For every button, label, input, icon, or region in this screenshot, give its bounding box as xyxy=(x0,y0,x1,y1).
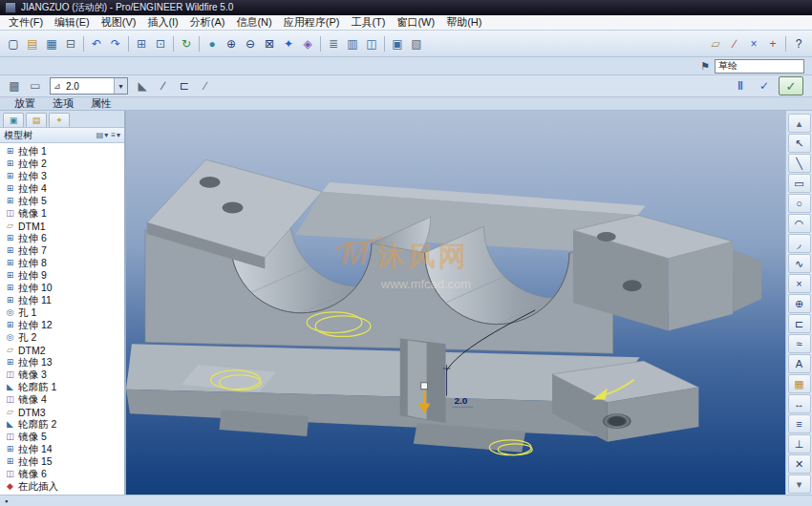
line-tool[interactable]: ╲ xyxy=(788,154,811,173)
tree-item[interactable]: ⊞ 拉伸 13 xyxy=(0,356,124,369)
tree-item[interactable]: ⊞ 拉伸 1 xyxy=(0,145,124,158)
settings-dropdown[interactable]: ≡▾ xyxy=(111,131,120,139)
divide-button[interactable]: ∕ xyxy=(154,76,173,95)
regenerate-button[interactable]: ↻ xyxy=(177,34,196,53)
menu-item[interactable]: 帮助(H) xyxy=(440,15,487,30)
tree-item[interactable]: ⊞ 拉伸 12 xyxy=(0,319,124,331)
tree-item[interactable]: ⊞ 拉伸 10 xyxy=(0,282,124,294)
text-tool[interactable]: A xyxy=(788,354,811,373)
chevron-down-icon[interactable]: ▾ xyxy=(114,78,127,94)
orient-button[interactable]: ◈ xyxy=(298,34,317,53)
zoom-in-button[interactable]: ⊕ xyxy=(222,34,241,53)
layers-button[interactable]: ≣ xyxy=(324,34,343,53)
grid-snap-toggle[interactable]: ▩ xyxy=(5,76,24,95)
tree-item[interactable]: ▱ DTM1 xyxy=(0,220,124,232)
refit-button[interactable]: ⊠ xyxy=(260,34,279,53)
menu-item[interactable]: 分析(A) xyxy=(184,15,231,30)
datum-points-toggle[interactable]: × xyxy=(744,34,763,53)
modify-tool[interactable]: ≡ xyxy=(788,414,811,433)
trim-tool[interactable]: ✕ xyxy=(788,454,811,474)
circle-tool[interactable]: ○ xyxy=(788,194,811,213)
menu-item[interactable]: 窗口(W) xyxy=(391,15,440,30)
rectangle-tool[interactable]: ▭ xyxy=(788,174,811,193)
datum-csys-toggle[interactable]: + xyxy=(763,34,782,53)
new-button[interactable]: ▢ xyxy=(4,34,23,53)
constraint-tool[interactable]: ⊥ xyxy=(788,434,811,453)
open-section-button[interactable]: ⊏ xyxy=(175,76,194,95)
tree-item[interactable]: ⊞ 拉伸 5 xyxy=(0,195,124,207)
saved-views-button[interactable]: ◫ xyxy=(362,34,381,53)
tree-item[interactable]: ◣ 轮廓筋 1 xyxy=(0,381,124,393)
tree-item[interactable]: ⊞ 拉伸 7 xyxy=(0,244,124,257)
dashboard-tab[interactable]: 放置 xyxy=(8,96,42,111)
chamfer-button[interactable]: ∕ xyxy=(196,76,215,95)
pause-button[interactable]: ‖ xyxy=(731,76,750,95)
tree-item[interactable]: ⊞ 拉伸 3 xyxy=(0,170,124,182)
favorites-tab[interactable]: ✦ xyxy=(49,113,70,127)
menu-item[interactable]: 文件(F) xyxy=(3,15,49,30)
tree-item[interactable]: ◫ 镜像 6 xyxy=(0,468,124,480)
point-tool[interactable]: × xyxy=(788,274,811,293)
menu-item[interactable]: 编辑(E) xyxy=(49,15,96,30)
arc-tool[interactable]: ◠ xyxy=(788,214,811,233)
select-tool[interactable]: ↖ xyxy=(788,134,811,153)
preview-check-button[interactable]: ✓ xyxy=(755,76,774,95)
paste-button[interactable]: ⊡ xyxy=(151,34,170,53)
menu-item[interactable]: 插入(I) xyxy=(141,15,183,30)
tree-item[interactable]: ▱ DTM3 xyxy=(0,406,124,418)
sketch-name-input[interactable] xyxy=(715,59,804,74)
menu-item[interactable]: 视图(V) xyxy=(96,15,142,30)
section-toggle[interactable]: ▭ xyxy=(26,76,45,95)
print-button[interactable]: ⊟ xyxy=(61,34,80,53)
show-dropdown[interactable]: ▤▾ xyxy=(96,131,109,139)
menu-item[interactable]: 应用程序(P) xyxy=(278,15,346,30)
spline-tool[interactable]: ∿ xyxy=(788,254,811,273)
draft-button[interactable]: ◣ xyxy=(133,76,152,95)
open-button[interactable]: ▤ xyxy=(23,34,42,53)
coordinate-system-tool[interactable]: ⊕ xyxy=(788,294,811,313)
scroll-up-button[interactable]: ▴ xyxy=(788,114,811,133)
dimension-value[interactable]: 2.0 xyxy=(455,395,468,406)
redo-button[interactable]: ↷ xyxy=(106,34,125,53)
window-button[interactable]: ▣ xyxy=(388,34,407,53)
context-help-button[interactable]: ? xyxy=(789,34,808,53)
model-tree-tab[interactable]: ▣ xyxy=(3,113,24,127)
copy-button[interactable]: ⊞ xyxy=(132,34,151,53)
tree-item[interactable]: ⊞ 拉伸 14 xyxy=(0,443,124,455)
display-style-button[interactable]: ▧ xyxy=(407,34,426,53)
tree-item[interactable]: ⊞ 拉伸 9 xyxy=(0,269,124,282)
graphics-viewport[interactable]: M 沐风网 www.mfcad.com xyxy=(126,111,785,495)
shade-button[interactable]: ● xyxy=(203,34,222,53)
done-button[interactable]: ✓ xyxy=(779,76,803,95)
tree-item[interactable]: ◫ 镜像 1 xyxy=(0,207,124,220)
dimension-tool[interactable]: ↔ xyxy=(788,394,811,413)
use-edge-tool[interactable]: ⊏ xyxy=(788,314,811,333)
tree-item[interactable]: ◎ 孔 1 xyxy=(0,306,124,319)
dimension-combo[interactable]: ⊿ 2.0 ▾ xyxy=(50,77,128,95)
drag-handle[interactable] xyxy=(421,383,428,390)
tree-item[interactable]: ⊞ 拉伸 15 xyxy=(0,455,124,468)
menu-item[interactable]: 工具(T) xyxy=(345,15,391,30)
tree-item[interactable]: ◣ 轮廓筋 2 xyxy=(0,418,124,431)
tree-item[interactable]: ⊞ 拉伸 6 xyxy=(0,232,124,244)
tree-item[interactable]: ⊞ 拉伸 4 xyxy=(0,182,124,195)
fillet-tool[interactable]: ◞ xyxy=(788,234,811,253)
palette-tool[interactable]: ▦ xyxy=(788,374,811,393)
tree-item[interactable]: ◎ 孔 2 xyxy=(0,331,124,344)
tree-item[interactable]: ▱ DTM2 xyxy=(0,344,124,356)
tree-item[interactable]: ◆ 在此插入 xyxy=(0,480,124,493)
dashboard-tab[interactable]: 属性 xyxy=(84,96,118,111)
tree-item[interactable]: ◫ 镜像 4 xyxy=(0,393,124,406)
undo-button[interactable]: ↶ xyxy=(87,34,106,53)
folder-browser-tab[interactable]: ▤ xyxy=(26,113,47,127)
part-3d-model[interactable] xyxy=(126,159,761,452)
offset-tool[interactable]: ≈ xyxy=(788,334,811,353)
scroll-down-button[interactable]: ▾ xyxy=(788,474,811,494)
datum-axes-toggle[interactable]: ∕ xyxy=(725,34,744,53)
menu-item[interactable]: 信息(N) xyxy=(230,15,277,30)
tree-item[interactable]: ⊞ 拉伸 11 xyxy=(0,294,124,306)
tree-item[interactable]: ⊞ 拉伸 2 xyxy=(0,158,124,170)
tree-item[interactable]: ⊞ 拉伸 8 xyxy=(0,257,124,269)
tree-item[interactable]: ◫ 镜像 5 xyxy=(0,431,124,443)
save-button[interactable]: ▦ xyxy=(42,34,61,53)
